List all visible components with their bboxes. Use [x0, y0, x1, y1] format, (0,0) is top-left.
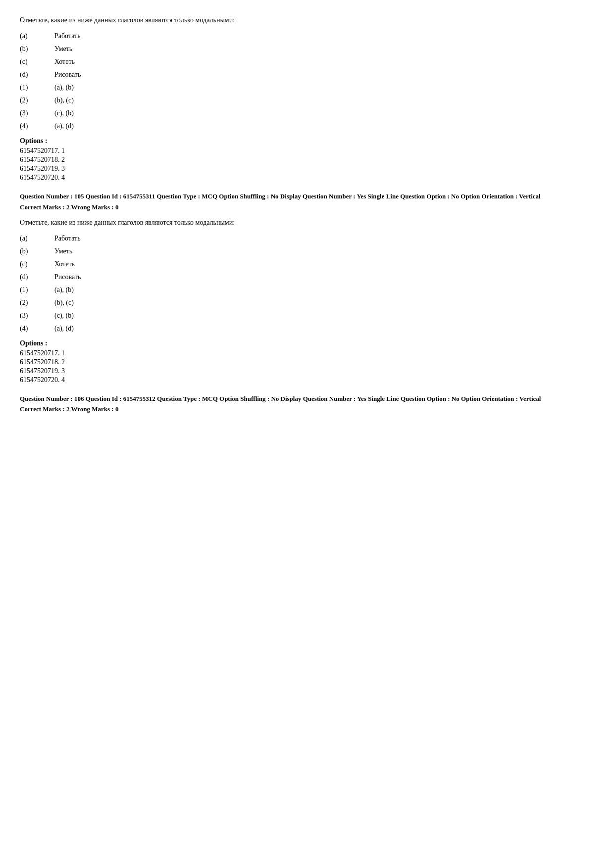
choice-value-4-2: (a), (d) [54, 325, 74, 333]
choice-value-b-2: Уметь [54, 247, 72, 255]
choice-value-1-1: (a), (b) [54, 84, 74, 92]
choice-label-b-2: (b) [20, 247, 54, 255]
options-section-2: Options : 61547520717. 1 61547520718. 2 … [20, 339, 594, 384]
question-block-2: Question Number : 105 Question Id : 6154… [20, 192, 594, 384]
choice-label-4-1: (4) [20, 122, 54, 130]
option-id-2-1: 61547520718. 2 [20, 156, 594, 164]
choice-label-1-1: (1) [20, 84, 54, 92]
choice-label-4-2: (4) [20, 325, 54, 333]
option-id-1-1: 61547520717. 1 [20, 147, 594, 155]
choice-label-2-1: (2) [20, 96, 54, 104]
choice-value-1-2: (a), (b) [54, 286, 74, 294]
choice-value-3-1: (c), (b) [54, 109, 74, 117]
option-id-3-1: 61547520719. 3 [20, 165, 594, 173]
options-label-1: Options : [20, 137, 594, 145]
choice-value-b-1: Уметь [54, 45, 72, 53]
marks-line-2: Correct Marks : 2 Wrong Marks : 0 [20, 203, 594, 211]
choice-value-c-1: Хотеть [54, 58, 75, 66]
options-label-2: Options : [20, 339, 594, 347]
choice-label-2-2: (2) [20, 299, 54, 307]
choice-4-2: (4) (a), (d) [20, 325, 594, 333]
option-id-3-2: 61547520719. 3 [20, 367, 594, 375]
choice-value-d-2: Рисовать [54, 273, 81, 281]
choice-d-2: (d) Рисовать [20, 273, 594, 281]
choice-value-2-2: (b), (c) [54, 299, 74, 307]
option-id-2-2: 61547520718. 2 [20, 358, 594, 366]
question-text-1: Отметьте, какие из ниже данных глаголов … [20, 15, 594, 25]
choice-1-2: (1) (a), (b) [20, 286, 594, 294]
choice-a-2: (a) Работать [20, 235, 594, 242]
choice-label-1-2: (1) [20, 286, 54, 294]
choice-d-1: (d) Рисовать [20, 71, 594, 79]
choice-value-c-2: Хотеть [54, 260, 75, 268]
choice-label-3-1: (3) [20, 109, 54, 117]
choice-value-4-1: (a), (d) [54, 122, 74, 130]
choice-3-2: (3) (c), (b) [20, 312, 594, 320]
choice-a-1: (a) Работать [20, 32, 594, 40]
choice-2-1: (2) (b), (c) [20, 96, 594, 104]
choice-c-1: (c) Хотеть [20, 58, 594, 66]
choice-label-a-1: (a) [20, 32, 54, 40]
choice-4-1: (4) (a), (d) [20, 122, 594, 130]
choice-b-1: (b) Уметь [20, 45, 594, 53]
choice-b-2: (b) Уметь [20, 247, 594, 255]
option-id-4-2: 61547520720. 4 [20, 376, 594, 384]
choice-3-1: (3) (c), (b) [20, 109, 594, 117]
meta-block-3: Question Number : 106 Question Id : 6154… [20, 394, 594, 404]
marks-line-3: Correct Marks : 2 Wrong Marks : 0 [20, 405, 594, 413]
choice-label-c-1: (c) [20, 58, 54, 66]
choice-label-d-2: (d) [20, 273, 54, 281]
choice-label-3-2: (3) [20, 312, 54, 320]
choice-label-c-2: (c) [20, 260, 54, 268]
choice-value-a-2: Работать [54, 235, 81, 242]
choice-c-2: (c) Хотеть [20, 260, 594, 268]
choice-value-d-1: Рисовать [54, 71, 81, 79]
option-id-1-2: 61547520717. 1 [20, 349, 594, 357]
option-id-4-1: 61547520720. 4 [20, 174, 594, 182]
options-section-1: Options : 61547520717. 1 61547520718. 2 … [20, 137, 594, 182]
choice-value-2-1: (b), (c) [54, 96, 74, 104]
question-block-1: Отметьте, какие из ниже данных глаголов … [20, 15, 594, 182]
choice-value-a-1: Работать [54, 32, 81, 40]
choice-label-b-1: (b) [20, 45, 54, 53]
choice-label-a-2: (a) [20, 235, 54, 242]
choice-label-d-1: (d) [20, 71, 54, 79]
choice-2-2: (2) (b), (c) [20, 299, 594, 307]
question-block-3: Question Number : 106 Question Id : 6154… [20, 394, 594, 414]
question-text-2: Отметьте, какие из ниже данных глаголов … [20, 217, 594, 228]
choice-value-3-2: (c), (b) [54, 312, 74, 320]
meta-block-2: Question Number : 105 Question Id : 6154… [20, 192, 594, 201]
choice-1-1: (1) (a), (b) [20, 84, 594, 92]
